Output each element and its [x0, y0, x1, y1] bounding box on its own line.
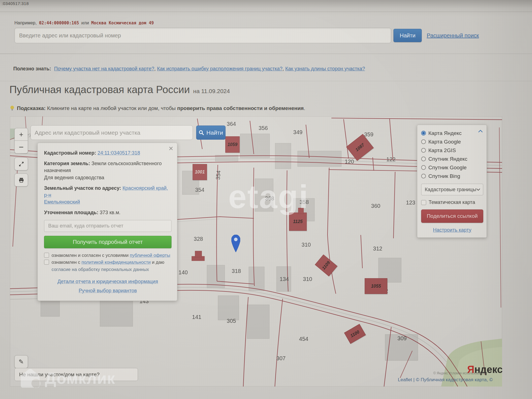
top-cadastral-fragment: :0340517:318 — [2, 1, 29, 6]
useful-label: Полезно знать: — [13, 66, 51, 71]
useful-to-know-row: Полезно знать: Почему участка нет на кад… — [13, 66, 365, 72]
chevron-up-icon[interactable] — [478, 130, 483, 132]
useful-link-2[interactable]: Как исправить ошибку расположения границ… — [157, 66, 283, 71]
area-value: 373 кв.м. — [100, 210, 121, 215]
title-date: на 11.09.2024 — [193, 88, 230, 94]
public-offer-link[interactable]: публичной оферты — [130, 253, 170, 258]
search-example: Например, 02:44:000000:165 или Москва Ко… — [14, 21, 155, 25]
useful-link-1[interactable]: Почему участка нет на кадастровой карте? — [54, 66, 154, 71]
divider — [0, 53, 532, 54]
not-found-button[interactable]: Не нашли участок/дом на карте? — [14, 368, 138, 381]
example-address: Москва Космическая дом 49 — [91, 21, 154, 25]
layer-option-1[interactable]: Карта Яндекс — [421, 129, 483, 137]
area-label: Уточненная площадь: — [44, 210, 98, 215]
offer-checkbox[interactable] — [44, 253, 49, 258]
print-button[interactable] — [14, 173, 28, 186]
radio-icon — [421, 139, 426, 144]
layer-option-label: Спутник Google — [428, 165, 467, 171]
lightbulb-icon — [10, 105, 14, 111]
layer-option-label: Спутник Bing — [428, 173, 460, 179]
zoom-out-button[interactable]: − — [14, 140, 28, 154]
map-find-button[interactable]: Найти — [196, 126, 226, 140]
share-link-button[interactable]: Поделиться ссылкой — [421, 209, 483, 223]
divider — [0, 12, 532, 12]
close-icon[interactable]: × — [169, 145, 173, 152]
thematic-label: Тематическая карта — [429, 200, 475, 205]
parcel-info-popup: × Кадастровый номер: 24:11:0340517:318 К… — [37, 143, 177, 301]
chevron-down-icon — [476, 188, 480, 191]
offer-checkbox-label: ознакомлен и согласен с условиями публич… — [52, 252, 170, 259]
layer-option-label: Карта Google — [428, 139, 461, 145]
cadastral-number-link[interactable]: 24:11:0340517:318 — [98, 150, 140, 156]
cadastral-map-page: :0340517:318 Например, 02:44:000000:165 … — [0, 0, 532, 399]
thematic-checkbox[interactable] — [421, 200, 426, 205]
hint-label: Подсказка: — [17, 105, 46, 111]
hint-row: Подсказка: Кликните на карте на любой уч… — [10, 105, 305, 111]
land-usage-value: Для ведения садоводства — [44, 175, 104, 180]
privacy-consent-continuation: согласие на обработку персональных данны… — [52, 266, 172, 273]
address-search-input[interactable] — [14, 28, 391, 43]
hint-text: Кликните на карте на любой участок или д… — [47, 105, 176, 111]
layer-option-3[interactable]: Карта 2GIS — [421, 146, 483, 155]
fullscreen-icon — [18, 161, 24, 167]
privacy-policy-link[interactable]: политикой конфиденциальности — [81, 260, 151, 265]
map-attribution[interactable]: Leaflet | © Публичная кадастровая карта,… — [398, 377, 493, 383]
useful-links: Почему участка нет на кадастровой карте?… — [54, 66, 365, 71]
find-button[interactable]: Найти — [393, 29, 422, 42]
radio-icon — [421, 131, 426, 135]
manual-selection-link[interactable]: Ручной выбор вариантов — [79, 288, 137, 293]
layer-option-label: Карта 2GIS — [428, 147, 456, 154]
thematic-map-row[interactable]: Тематическая карта — [421, 200, 483, 205]
yandex-terms[interactable]: © Яндекс Условия использования — [433, 371, 486, 375]
example-label: Например, — [14, 21, 37, 25]
useful-link-3[interactable]: Как узнать длины сторон участка? — [285, 66, 365, 71]
radio-icon — [421, 148, 426, 153]
boundaries-select[interactable]: Кадастровые границы — [421, 184, 483, 195]
layer-option-4[interactable]: Спутник Яндекс — [421, 155, 483, 163]
layer-option-5[interactable]: Спутник Google — [421, 163, 483, 172]
privacy-checkbox-label: ознакомлен с политикой конфиденциальност… — [52, 259, 164, 266]
hint-text-bold: проверить права собственности и обремене… — [177, 105, 304, 111]
cadastral-number-label: Кадастровый номер: — [44, 150, 96, 156]
layers-panel: Карта ЯндексКарта GoogleКарта 2GISСпутни… — [417, 125, 487, 238]
print-icon — [18, 177, 24, 183]
page-title: Публичная кадастровая карта Россиина 11.… — [9, 84, 230, 96]
advanced-search-link[interactable]: Расширенный поиск — [427, 32, 479, 39]
privacy-checkbox[interactable] — [44, 260, 49, 265]
radio-icon — [421, 157, 426, 161]
layer-option-label: Спутник Яндекс — [428, 156, 467, 162]
layer-option-label: Карта Яндекс — [428, 130, 462, 136]
pencil-icon: ✎ — [19, 358, 24, 365]
divider — [0, 81, 532, 81]
screen-photo: :0340517:318 Например, 02:44:000000:165 … — [0, 0, 532, 399]
report-details-link[interactable]: Детали отчета и юридическая информация — [58, 279, 158, 284]
email-input[interactable] — [44, 220, 172, 232]
location-pin-icon — [231, 235, 240, 252]
search-icon — [199, 130, 204, 135]
layer-option-6[interactable]: Спутник Bing — [421, 172, 483, 180]
address-district-link[interactable]: Емельяновский — [44, 199, 80, 205]
radio-icon — [421, 174, 426, 178]
get-report-button[interactable]: Получить подробный отчет — [44, 236, 172, 248]
layer-option-2[interactable]: Карта Google — [421, 137, 483, 146]
address-label: Земельный участок по адресу: — [44, 185, 121, 191]
fullscreen-button[interactable] — [14, 157, 28, 170]
layer-options: Карта ЯндексКарта GoogleКарта 2GISСпутни… — [421, 129, 483, 180]
zoom-in-button[interactable]: + — [14, 128, 28, 141]
map-search-input[interactable] — [30, 125, 193, 140]
land-category-label: Категория земель: — [44, 161, 90, 166]
example-or: или — [81, 21, 89, 25]
draw-pencil-button[interactable]: ✎ — [14, 355, 28, 368]
boundaries-select-value: Кадастровые границы — [425, 187, 476, 193]
configure-map-link[interactable]: Настроить карту — [421, 227, 483, 233]
example-cadastral-number: 02:44:000000:165 — [39, 21, 79, 25]
radio-icon — [421, 165, 426, 170]
